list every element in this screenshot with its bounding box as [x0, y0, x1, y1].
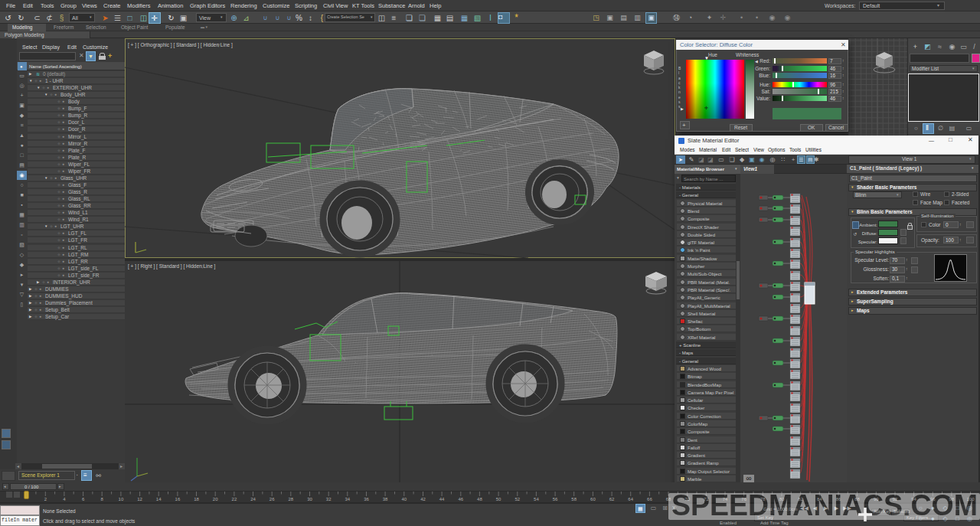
svg-text:34: 34: [345, 497, 350, 501]
svg-text:86: 86: [836, 497, 841, 501]
svg-text:48: 48: [477, 497, 482, 501]
svg-text:92: 92: [893, 497, 898, 501]
svg-text:64: 64: [628, 497, 633, 501]
svg-text:30: 30: [307, 497, 312, 501]
svg-text:90: 90: [874, 497, 879, 501]
svg-text:6: 6: [82, 497, 85, 501]
svg-text:72: 72: [704, 497, 709, 501]
svg-text:36: 36: [364, 497, 369, 501]
svg-text:54: 54: [534, 497, 539, 501]
svg-text:70: 70: [684, 497, 690, 501]
svg-text:56: 56: [553, 497, 558, 501]
svg-text:50: 50: [496, 497, 501, 501]
svg-text:4: 4: [63, 497, 66, 501]
svg-text:20: 20: [213, 497, 218, 501]
svg-text:10: 10: [119, 497, 124, 501]
svg-text:14: 14: [156, 497, 162, 501]
svg-text:74: 74: [723, 497, 728, 501]
svg-text:2: 2: [44, 497, 47, 501]
svg-text:80: 80: [779, 497, 785, 501]
svg-text:28: 28: [288, 497, 293, 501]
svg-text:78: 78: [760, 497, 766, 501]
svg-text:26: 26: [270, 497, 275, 501]
svg-text:66: 66: [647, 497, 652, 501]
svg-text:84: 84: [817, 497, 822, 501]
svg-text:68: 68: [666, 497, 671, 501]
svg-text:40: 40: [401, 497, 407, 501]
svg-text:44: 44: [439, 497, 445, 501]
svg-text:88: 88: [854, 497, 860, 501]
svg-text:24: 24: [250, 497, 256, 501]
svg-text:60: 60: [590, 497, 596, 501]
svg-text:76: 76: [741, 497, 746, 501]
svg-text:18: 18: [194, 497, 199, 501]
svg-text:94: 94: [911, 497, 916, 501]
svg-text:42: 42: [420, 497, 426, 501]
svg-text:100: 100: [967, 497, 975, 501]
svg-text:16: 16: [175, 497, 181, 501]
svg-text:98: 98: [949, 497, 955, 501]
svg-text:46: 46: [458, 497, 463, 501]
svg-text:82: 82: [798, 497, 803, 501]
svg-text:22: 22: [232, 497, 237, 501]
svg-text:96: 96: [930, 497, 936, 501]
svg-text:38: 38: [383, 497, 388, 501]
svg-text:52: 52: [514, 497, 520, 501]
svg-text:62: 62: [609, 497, 615, 501]
svg-text:8: 8: [101, 497, 104, 501]
svg-text:58: 58: [571, 497, 577, 501]
svg-text:32: 32: [326, 497, 332, 501]
svg-text:12: 12: [137, 497, 142, 501]
